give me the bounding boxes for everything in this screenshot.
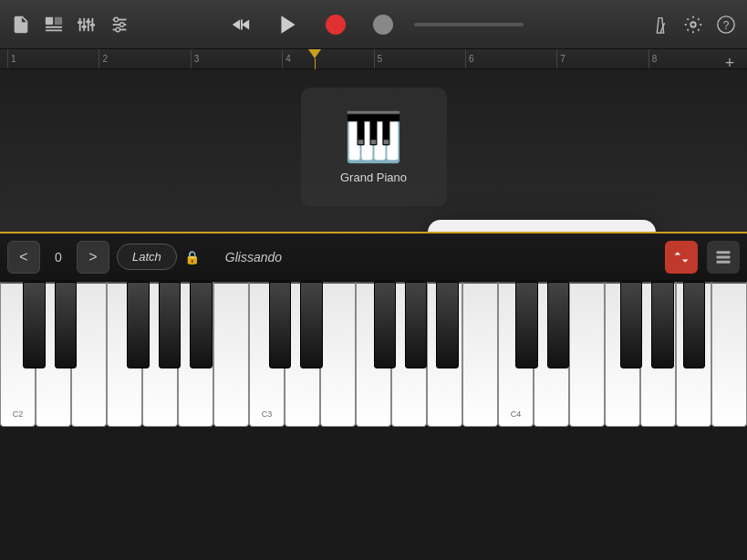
toolbar: ? (0, 0, 747, 49)
svg-rect-1 (55, 16, 62, 24)
black-key-cs2[interactable] (23, 282, 46, 368)
toolbar-center (224, 8, 524, 41)
black-key-fs3[interactable] (374, 282, 397, 368)
ruler-mark-7: 7 (556, 49, 648, 68)
key-label-c3: C3 (262, 410, 273, 419)
black-key-gs4[interactable] (651, 282, 674, 368)
svg-rect-4 (79, 17, 81, 31)
playhead-triangle (308, 49, 321, 58)
black-key-ds2[interactable] (55, 282, 78, 368)
right-track-icons (665, 241, 740, 274)
mixer-icon[interactable] (77, 15, 97, 35)
key-label-c4: C4 (511, 410, 522, 419)
ruler-mark-6: 6 (465, 49, 556, 68)
glissando-button[interactable]: Glissando (225, 250, 282, 264)
prev-octave-button[interactable]: < (7, 241, 40, 274)
svg-point-15 (114, 17, 119, 22)
lock-icon: 🔒 (184, 250, 200, 264)
white-key-e3[interactable] (320, 282, 356, 427)
ruler-mark-2: 2 (99, 49, 190, 68)
white-key-b4[interactable] (711, 282, 747, 427)
svg-marker-21 (281, 16, 295, 34)
piano-emoji: 🎹 (344, 109, 403, 165)
ruler-mark-1: 1 (7, 49, 99, 68)
svg-rect-2 (46, 26, 62, 27)
white-key-b3[interactable] (462, 282, 498, 427)
gear-icon[interactable] (683, 15, 703, 35)
record-button[interactable] (319, 8, 352, 41)
play-button[interactable] (272, 8, 305, 41)
svg-rect-3 (46, 29, 62, 31)
toolbar-left (11, 15, 130, 35)
svg-point-16 (119, 22, 124, 26)
main-area: 🎹 Grand Piano Arpeggiator Run Note Order… (0, 69, 747, 232)
black-key-cs4[interactable] (515, 282, 538, 368)
record-circle (326, 15, 346, 35)
piano-keyboard[interactable]: C2 C3 C4 (0, 281, 747, 427)
rewind-button[interactable] (224, 8, 257, 41)
progress-area (414, 23, 524, 26)
svg-rect-5 (83, 17, 85, 31)
white-key-b2[interactable] (213, 282, 249, 427)
svg-text:?: ? (723, 18, 730, 31)
ruler-mark-3: 3 (191, 49, 282, 68)
svg-rect-6 (88, 17, 89, 31)
svg-marker-20 (241, 19, 248, 29)
svg-marker-22 (657, 17, 663, 32)
svg-rect-9 (82, 25, 88, 27)
black-key-fs4[interactable] (620, 282, 643, 368)
black-key-ds3[interactable] (300, 282, 323, 368)
progress-track (414, 23, 524, 26)
black-key-as3[interactable] (436, 282, 459, 368)
help-icon[interactable]: ? (716, 15, 736, 35)
svg-rect-28 (717, 255, 731, 258)
ruler-mark-4: 4 (282, 49, 373, 68)
timeline-ruler[interactable]: 1 2 3 4 5 6 7 8 + (0, 49, 747, 69)
playhead (308, 49, 321, 69)
toolbar-right: ? (650, 15, 736, 35)
black-key-ds4[interactable] (547, 282, 570, 368)
black-key-gs3[interactable] (405, 282, 428, 368)
ruler-marks: 1 2 3 4 5 6 7 8 (0, 49, 747, 68)
svg-marker-18 (232, 19, 239, 29)
black-key-as2[interactable] (190, 282, 213, 368)
svg-rect-8 (78, 21, 83, 24)
svg-point-17 (116, 27, 120, 32)
latch-button[interactable]: Latch (117, 244, 177, 270)
instrument-name: Grand Piano (340, 171, 407, 184)
svg-rect-10 (86, 20, 91, 23)
octave-value: 0 (47, 250, 69, 264)
stop-button[interactable] (367, 8, 399, 41)
playhead-line (315, 58, 316, 69)
next-octave-button[interactable]: > (77, 241, 109, 274)
key-label-c2: C2 (13, 410, 24, 419)
black-key-fs2[interactable] (127, 282, 150, 368)
svg-point-24 (690, 22, 696, 27)
stop-circle (373, 15, 393, 35)
svg-rect-11 (90, 24, 96, 26)
arpeggiator-popup: Arpeggiator Run Note Order As Played › N… (428, 220, 656, 232)
svg-rect-0 (46, 16, 53, 24)
chord-strip-button[interactable] (707, 241, 740, 274)
svg-rect-27 (717, 251, 731, 254)
settings-sliders-icon[interactable] (109, 15, 130, 35)
metronome-icon[interactable] (650, 15, 670, 35)
tracks-view-icon[interactable] (44, 15, 64, 35)
track-strip: < 0 > Latch 🔒 Glissando (0, 232, 747, 281)
arpeggiator-button[interactable] (665, 241, 698, 274)
black-key-as4[interactable] (683, 282, 706, 368)
white-key-e4[interactable] (569, 282, 605, 427)
svg-rect-29 (717, 260, 731, 263)
new-document-icon[interactable] (11, 15, 31, 35)
arpeggiator-title: Arpeggiator (428, 220, 656, 232)
ruler-mark-5: 5 (374, 49, 465, 68)
instrument-card[interactable]: 🎹 Grand Piano (301, 88, 447, 206)
black-key-gs2[interactable] (159, 282, 182, 368)
black-key-cs3[interactable] (269, 282, 292, 368)
